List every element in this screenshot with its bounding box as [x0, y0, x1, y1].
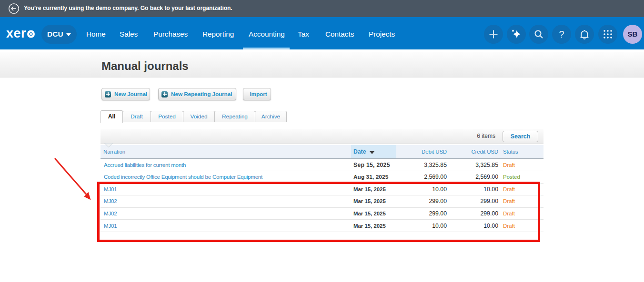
svg-text:xer: xer	[6, 26, 26, 40]
